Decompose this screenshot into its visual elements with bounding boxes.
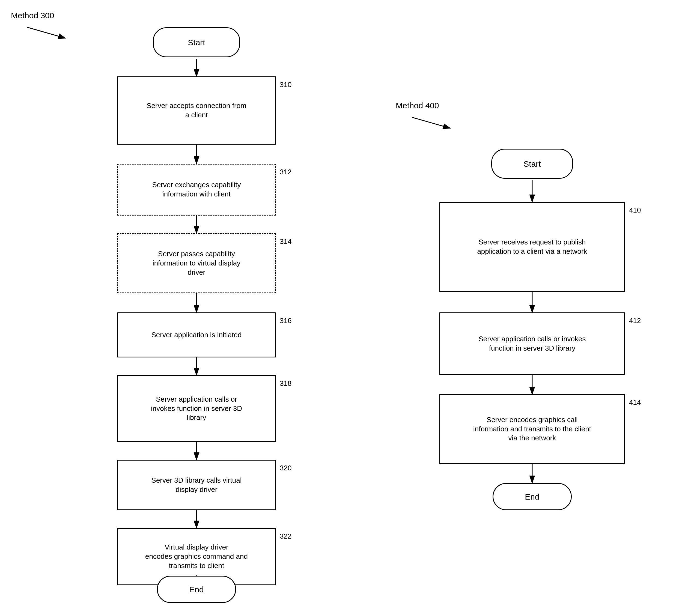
method400-arrow <box>406 112 461 134</box>
step-312-box: Server exchanges capabilityinformation w… <box>117 164 276 215</box>
start-left: Start <box>153 27 240 57</box>
step-410-box: Server receives request to publishapplic… <box>439 202 625 292</box>
step-314-box: Server passes capabilityinformation to v… <box>117 233 276 293</box>
end-left: End <box>157 576 236 603</box>
step-414-box: Server encodes graphics callinformation … <box>439 394 625 464</box>
step-316-num: 316 <box>280 317 291 325</box>
step-314-num: 314 <box>280 237 291 246</box>
step-412-num: 412 <box>629 317 641 325</box>
step-310-box: Server accepts connection froma client <box>117 76 276 145</box>
diagram-container: Method 300 Method 400 Start Server accep… <box>0 0 700 606</box>
step-320-box: Server 3D library calls virtualdisplay d… <box>117 460 276 510</box>
svg-line-14 <box>412 117 450 128</box>
method400-label: Method 400 <box>396 101 439 110</box>
arrows-svg <box>0 0 700 606</box>
step-412-box: Server application calls or invokesfunct… <box>439 312 625 375</box>
step-410-num: 410 <box>629 206 641 214</box>
step-310-num: 310 <box>280 80 291 89</box>
step-312-num: 312 <box>280 168 291 176</box>
step-318-box: Server application calls orinvokes funct… <box>117 375 276 442</box>
method300-arrow <box>22 22 76 44</box>
end-right: End <box>493 483 572 510</box>
step-318-num: 318 <box>280 379 291 388</box>
start-right: Start <box>491 149 573 179</box>
end-left-arrow <box>0 0 700 606</box>
step-322-num: 322 <box>280 532 291 540</box>
svg-line-13 <box>27 27 66 38</box>
step-320-num: 320 <box>280 464 291 472</box>
step-414-num: 414 <box>629 398 641 407</box>
step-316-box: Server application is initiated <box>117 312 276 357</box>
method300-label: Method 300 <box>11 11 54 20</box>
